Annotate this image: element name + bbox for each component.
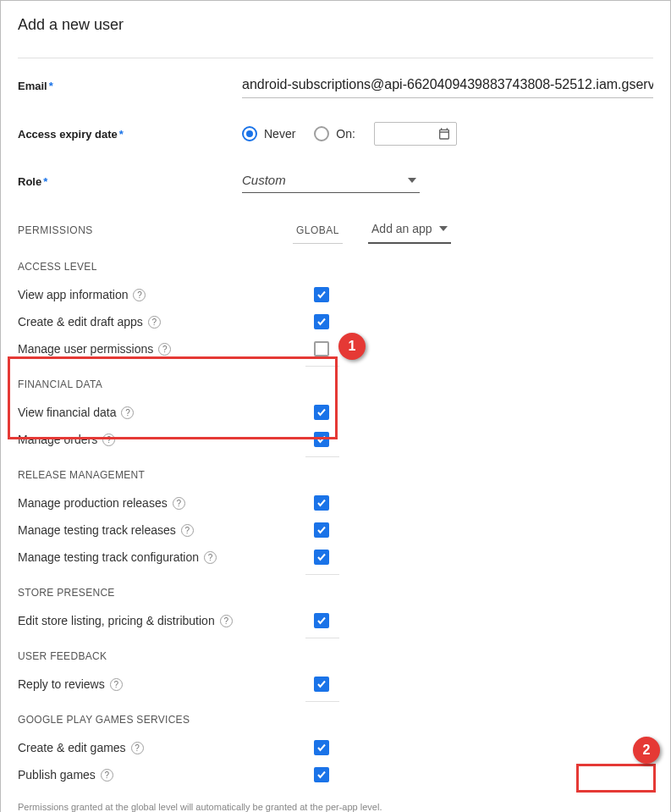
expiry-date-input[interactable] xyxy=(374,122,457,146)
divider xyxy=(305,574,339,575)
dialog-title: Add a new user xyxy=(18,16,653,34)
required-mark: * xyxy=(49,80,53,92)
footnote: Permissions granted at the global level … xyxy=(18,802,653,812)
expiry-label: Access expiry date* xyxy=(18,128,242,141)
help-icon[interactable]: ? xyxy=(131,742,144,754)
expiry-on-option[interactable]: On: xyxy=(314,126,355,141)
help-icon[interactable]: ? xyxy=(121,406,134,419)
required-mark: * xyxy=(119,128,124,141)
help-icon[interactable]: ? xyxy=(148,316,161,329)
perm-publish-games: Publish games? xyxy=(18,761,653,788)
perm-reply-reviews: Reply to reviews? xyxy=(18,671,653,698)
help-icon[interactable]: ? xyxy=(204,551,217,564)
checkbox-reply-reviews[interactable] xyxy=(314,677,329,692)
checkbox-view-app-info[interactable] xyxy=(314,287,329,302)
expiry-radio-group: Never On: xyxy=(242,122,457,146)
checkbox-edit-store-listing[interactable] xyxy=(314,613,329,628)
section-access-level: ACCESS LEVEL xyxy=(18,261,653,273)
checkbox-publish-games[interactable] xyxy=(314,767,329,782)
section-games-services: GOOGLE PLAY GAMES SERVICES xyxy=(18,714,653,726)
help-icon[interactable]: ? xyxy=(110,678,123,691)
perm-manage-prod-rel: Manage production releases? xyxy=(18,489,653,516)
divider xyxy=(305,701,339,702)
perm-manage-user-perms: Manage user permissions? xyxy=(18,335,653,362)
help-icon[interactable]: ? xyxy=(181,524,194,537)
calendar-icon xyxy=(437,127,451,141)
radio-selected-icon xyxy=(242,126,257,141)
checkbox-manage-prod-rel[interactable] xyxy=(314,495,329,511)
role-select[interactable]: Custom xyxy=(242,169,420,193)
section-financial-data: FINANCIAL DATA xyxy=(18,378,653,390)
checkbox-manage-orders[interactable] xyxy=(314,432,329,447)
perm-manage-orders: Manage orders? xyxy=(18,426,653,453)
divider xyxy=(305,638,339,638)
perm-create-edit-games: Create & edit games? xyxy=(18,734,653,761)
divider xyxy=(305,366,339,367)
expiry-never-option[interactable]: Never xyxy=(242,126,295,141)
tab-add-app[interactable]: Add an app xyxy=(368,217,451,244)
permissions-label: PERMISSIONS xyxy=(18,224,267,236)
help-icon[interactable]: ? xyxy=(158,343,171,356)
section-user-feedback: USER FEEDBACK xyxy=(18,650,653,662)
email-row: Email* xyxy=(18,74,653,98)
help-icon[interactable]: ? xyxy=(101,769,113,782)
section-store-presence: STORE PRESENCE xyxy=(18,587,653,599)
role-row: Role* Custom xyxy=(18,169,653,193)
tab-global[interactable]: GLOBAL xyxy=(293,218,343,244)
required-mark: * xyxy=(43,175,47,188)
checkbox-manage-test-rel[interactable] xyxy=(314,522,329,538)
perm-manage-test-rel: Manage testing track releases? xyxy=(18,516,653,544)
email-field[interactable] xyxy=(242,74,653,98)
expiry-row: Access expiry date* Never On: xyxy=(18,122,653,146)
radio-unselected-icon xyxy=(314,126,329,141)
divider xyxy=(305,456,339,457)
checkbox-view-financial[interactable] xyxy=(314,405,329,420)
help-icon[interactable]: ? xyxy=(173,497,185,510)
checkbox-manage-user-perms[interactable] xyxy=(314,341,329,356)
help-icon[interactable]: ? xyxy=(102,434,115,446)
checkbox-manage-test-cfg[interactable] xyxy=(314,550,329,565)
perm-edit-store-listing: Edit store listing, pricing & distributi… xyxy=(18,607,653,634)
help-icon[interactable]: ? xyxy=(220,615,233,627)
perm-create-edit-drafts: Create & edit draft apps? xyxy=(18,308,653,335)
chevron-down-icon xyxy=(408,178,416,183)
perm-manage-test-cfg: Manage testing track configuration? xyxy=(18,544,653,571)
checkbox-create-edit-drafts[interactable] xyxy=(314,314,329,329)
perm-view-app-info: View app information? xyxy=(18,281,653,308)
add-user-dialog: Add a new user Email* Access expiry date… xyxy=(0,0,671,812)
email-label: Email* xyxy=(18,80,242,92)
chevron-down-icon xyxy=(439,226,448,231)
section-release-mgmt: RELEASE MANAGEMENT xyxy=(18,469,653,481)
checkbox-create-edit-games[interactable] xyxy=(314,740,329,755)
permissions-header: PERMISSIONS GLOBAL Add an app xyxy=(18,217,653,244)
help-icon[interactable]: ? xyxy=(133,289,146,301)
divider xyxy=(18,58,653,58)
role-label: Role* xyxy=(18,175,242,188)
perm-view-financial: View financial data? xyxy=(18,399,653,426)
